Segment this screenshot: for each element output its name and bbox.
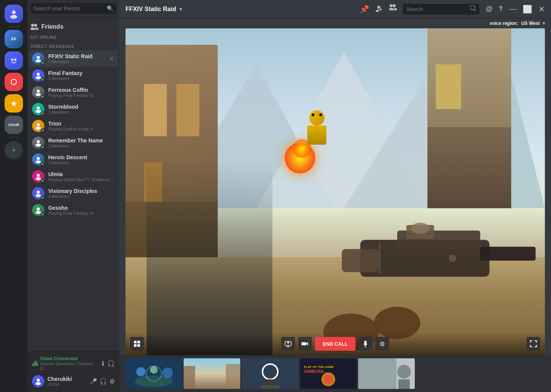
chevron-icon: ▾ — [543, 21, 545, 26]
thumbnail-image — [242, 358, 298, 389]
dm-item[interactable]: Gessho Playing Final Fantasy XI ✕ — [29, 202, 118, 219]
svg-point-12 — [36, 76, 41, 79]
dm-info: Heroic Descent 3 Members — [48, 154, 115, 165]
svg-point-4 — [15, 59, 16, 61]
dm-info: Gessho Playing Final Fantasy XI — [48, 205, 115, 216]
dm-avatar — [32, 52, 44, 65]
dm-item[interactable]: Heroic Descent 3 Members ✕ — [29, 151, 118, 168]
dm-item[interactable]: Visionary Disciples 3 Members ✕ — [29, 185, 118, 202]
mute-button[interactable] — [359, 337, 372, 351]
svg-point-0 — [12, 10, 16, 14]
status-dot — [41, 111, 44, 115]
thumbnail-image: PLAY OF THE GAME GAMECRA... — [300, 358, 357, 389]
user-panel: Cherukiki #1234 🎤 🎧 ⚙ — [31, 374, 116, 389]
online-count: 127 ONLINE — [28, 33, 119, 41]
svg-rect-59 — [226, 364, 240, 389]
headset-icon[interactable]: 🎧 — [107, 360, 115, 367]
svg-point-16 — [36, 110, 41, 113]
svg-rect-73 — [398, 379, 410, 389]
dm-name: Heroic Descent — [48, 154, 115, 160]
top-bar: FFXIV Static Raid ▼ 📌 — [119, 0, 551, 18]
svg-point-11 — [37, 73, 40, 76]
server-item[interactable]: CHAIR — [5, 116, 23, 134]
svg-rect-49 — [137, 344, 140, 347]
status-bar: Video Connected Discord Questions / Disc… — [28, 351, 119, 392]
help-icon[interactable]: ? — [499, 5, 503, 13]
close-dm-button[interactable]: ✕ — [108, 54, 115, 63]
dm-info: Ulmia Playing Spider-Man™: Shattered Dim… — [48, 171, 115, 182]
svg-point-29 — [37, 379, 40, 382]
friends-sidebar: 🔍 Friends 127 ONLINE DIRECT MESSAGES FFX… — [28, 0, 119, 392]
fullscreen-button[interactable] — [527, 337, 540, 351]
dm-item[interactable]: Final Fantasy 3 Members ✕ — [29, 67, 118, 84]
server-item[interactable] — [5, 51, 23, 70]
dm-sub: Playing Final Fantasy XI — [48, 93, 115, 98]
add-server-button[interactable]: + — [5, 141, 23, 159]
screen-layout-button[interactable] — [130, 337, 144, 351]
dm-item[interactable]: Ulmia Playing Spider-Man™: Shattered Dim… — [29, 168, 118, 185]
members-icon[interactable] — [389, 4, 397, 14]
dm-info: Final Fantasy 3 Members — [48, 70, 115, 81]
thumbnail-item[interactable] — [184, 358, 240, 389]
add-friend-icon[interactable] — [375, 4, 383, 14]
voice-region-value[interactable]: US West ▾ — [520, 21, 545, 26]
home-button[interactable] — [5, 5, 23, 23]
mention-icon[interactable]: @ — [486, 5, 492, 13]
close-icon[interactable]: ✕ — [538, 5, 545, 14]
share-screen-button[interactable] — [281, 337, 295, 351]
thumbnail-item[interactable]: PLAY OF THE GAME GAMECRA... — [300, 358, 357, 389]
end-call-button[interactable]: END CALL — [315, 337, 355, 351]
dropdown-arrow[interactable]: ▼ — [178, 7, 183, 12]
svg-point-7 — [11, 80, 16, 84]
microphone-icon[interactable]: 🎤 — [90, 378, 97, 385]
voice-region-bar: voice region: US West ▾ — [119, 18, 551, 28]
dm-sub: Playing Final Fantasy XI — [48, 211, 115, 216]
dm-item[interactable]: Stormblood 3 Members ✕ — [29, 101, 118, 118]
server-separator — [8, 26, 20, 27]
pin-icon[interactable]: 📌 — [360, 5, 369, 14]
friends-search-input[interactable] — [31, 3, 116, 14]
thumbnail-item[interactable] — [126, 358, 182, 389]
settings-icon[interactable]: ⚙ — [109, 378, 115, 385]
thumbnail-item[interactable] — [358, 358, 415, 389]
headphones-icon[interactable]: 🎧 — [99, 378, 107, 385]
server-item[interactable] — [5, 94, 23, 113]
dm-avatar — [32, 86, 44, 98]
server-item[interactable]: FF — [5, 30, 23, 48]
svg-point-55 — [162, 368, 173, 378]
voice-connected-label: Video Connected — [40, 356, 99, 361]
maximize-icon[interactable]: ⬜ — [523, 5, 532, 14]
friends-header[interactable]: Friends — [28, 17, 119, 33]
dm-name: Remember The Name — [48, 137, 115, 144]
status-dot — [41, 196, 44, 199]
dm-item[interactable]: Trion Playing Donkey Kong Jr. ✕ — [29, 118, 118, 134]
voice-icons: ℹ 🎧 — [102, 360, 115, 367]
svg-rect-43 — [342, 249, 379, 272]
thumbnail-image — [184, 358, 240, 389]
camera-button[interactable] — [298, 337, 312, 351]
dm-item[interactable]: Remember The Name 3 Members ✕ — [29, 134, 118, 151]
dm-sub: Playing Donkey Kong Jr. — [48, 127, 115, 131]
dm-item[interactable]: FFXIV Static Raid 3 Members ✕ — [29, 50, 118, 67]
settings-button[interactable]: ⚙ — [375, 337, 389, 351]
dm-item[interactable]: Ferreous Coffin Playing Final Fantasy XI… — [29, 84, 118, 101]
search-input[interactable] — [406, 6, 467, 12]
dm-avatar — [32, 103, 44, 115]
svg-rect-40 — [480, 247, 536, 260]
dm-info: Visionary Disciples 3 Members — [48, 188, 115, 199]
info-icon[interactable]: ℹ — [102, 360, 104, 367]
dm-sub: Playing Spider-Man™: Shattered Dimen... — [48, 177, 115, 182]
search-bar — [403, 4, 479, 15]
svg-point-21 — [37, 157, 40, 160]
minimize-icon[interactable]: — — [509, 5, 517, 13]
server-item[interactable] — [5, 73, 23, 91]
dm-name: Visionary Disciples — [48, 188, 115, 194]
dm-avatar — [32, 69, 44, 82]
dm-name: Final Fantasy — [48, 70, 115, 76]
dm-sub: 3 Members — [48, 144, 115, 148]
thumbnail-item[interactable] — [242, 358, 298, 389]
search-icon: 🔍 — [107, 5, 113, 11]
svg-point-24 — [36, 177, 41, 180]
svg-point-20 — [36, 144, 41, 147]
voice-bar-3 — [35, 361, 36, 366]
